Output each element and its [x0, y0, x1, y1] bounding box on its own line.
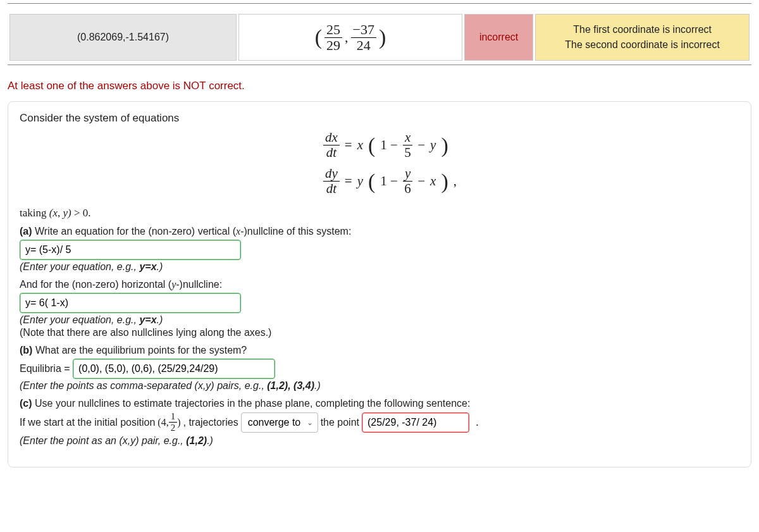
equilibria-label: Equilibria = — [20, 363, 73, 374]
equations-block: dx dt = x ( 1 − x 5 − y ) dy dt — [20, 131, 739, 195]
messages-cell: The first coordinate is incorrect The se… — [535, 14, 750, 61]
part-a-hint: (Enter your equation, e.g., y=x.) — [20, 261, 739, 273]
equation-2: dy dt = y ( 1 − y 6 − x ) , — [323, 167, 739, 195]
trajectory-select[interactable]: converge to — [241, 412, 318, 433]
summary-table: (0.862069,-1.54167) ( 25 29 , −37 24 ) i — [8, 12, 751, 63]
horizontal-prompt: And for the (non-zero) horizontal (y-)nu… — [20, 279, 739, 290]
error-summary: At least one of the answers above is NOT… — [8, 68, 751, 97]
taking-line: taking (x, y) > 0. — [20, 207, 739, 220]
message-line-2: The second coordinate is incorrect — [536, 37, 748, 53]
preview-frac2-den: 24 — [357, 38, 371, 53]
part-a-prompt: (a) Write an equation for the (non-zero)… — [20, 226, 739, 237]
result-cell: incorrect — [464, 14, 533, 61]
horizontal-input[interactable] — [20, 293, 241, 313]
part-c-sentence: If we start at the initial position (4, … — [20, 412, 739, 433]
intro-text: Consider the system of equations — [20, 112, 739, 125]
part-c-hint: (Enter the point as an (x,y) pair, e.g.,… — [20, 435, 739, 447]
preview-frac1-num: 25 — [324, 23, 342, 38]
entered-cell: (0.862069,-1.54167) — [9, 14, 237, 61]
horizontal-hint-2: (Note that there are also nullclines lyi… — [20, 327, 739, 338]
part-b-hint: (Enter the points as comma-separated (x,… — [20, 380, 739, 392]
part-c-prompt: (c) Use your nullclines to estimate traj… — [20, 398, 739, 409]
part-b-prompt: (b) What are the equilibrium points for … — [20, 345, 739, 356]
part-a-input[interactable] — [20, 240, 241, 260]
part-c-point-input[interactable] — [362, 412, 469, 433]
preview-frac1-den: 29 — [326, 38, 340, 53]
preview-frac2-num: −37 — [351, 23, 376, 38]
equation-1: dx dt = x ( 1 − x 5 − y ) — [323, 131, 739, 159]
message-line-1: The first coordinate is incorrect — [536, 22, 748, 37]
problem-box: Consider the system of equations dx dt =… — [8, 101, 751, 467]
part-b-input[interactable] — [73, 359, 275, 379]
preview-cell: ( 25 29 , −37 24 ) — [238, 14, 462, 61]
horizontal-hint-1: (Enter your equation, e.g., y=x.) — [20, 314, 739, 326]
